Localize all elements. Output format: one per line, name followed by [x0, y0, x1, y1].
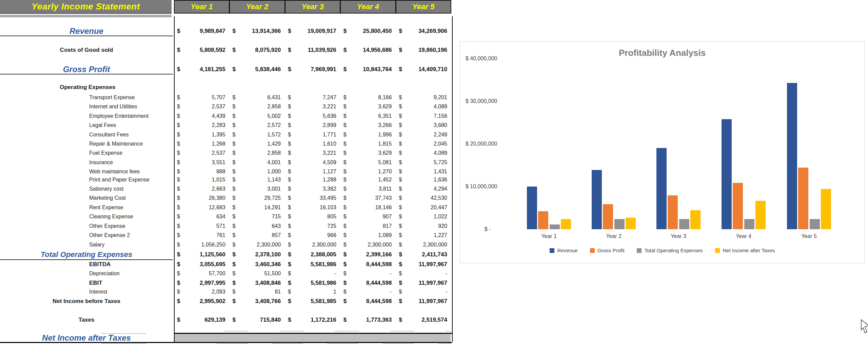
value-cell[interactable]: $2,093	[174, 287, 230, 297]
value-cell[interactable]: $1,996	[340, 130, 396, 139]
value-cell[interactable]: $8,075,920	[230, 45, 285, 55]
value-cell[interactable]: $643	[230, 221, 285, 231]
value-cell[interactable]: $2,388,005	[285, 250, 340, 259]
row-label[interactable]: Total Operating Expenses	[0, 249, 173, 260]
statement-title-cell[interactable]: Yearly Income Statement	[0, 0, 172, 14]
value-cell[interactable]: $2,399,166	[340, 250, 396, 259]
value-cell[interactable]: $2,537	[174, 148, 230, 158]
value-cell[interactable]: $5,581,985	[285, 297, 340, 306]
value-cell[interactable]: $14,291	[230, 203, 285, 212]
value-cell[interactable]: $3,460,346	[230, 260, 285, 269]
value-cell[interactable]: $14,956,686	[340, 45, 396, 55]
value-cell[interactable]: $2,858	[230, 102, 285, 111]
legend-item[interactable]: Net Income after Taxes	[715, 248, 775, 253]
value-cell[interactable]: $1,288	[285, 175, 340, 185]
value-cell[interactable]: $3,408,846	[230, 278, 285, 288]
value-cell[interactable]: $1,773,363	[340, 315, 396, 325]
value-cell[interactable]: $1,395	[174, 130, 230, 139]
value-cell[interactable]: $5,808,592	[174, 45, 230, 55]
value-cell[interactable]: $18,146	[340, 203, 396, 212]
value-cell[interactable]: $1,771	[285, 130, 340, 139]
net-income-highlight-row[interactable]	[175, 334, 451, 342]
value-cell[interactable]: $1,143	[230, 175, 285, 185]
value-cell[interactable]: $3,221	[285, 102, 340, 111]
value-cell[interactable]: $2,300,000	[285, 240, 340, 250]
value-cell[interactable]: $715,840	[230, 315, 285, 325]
value-cell[interactable]: $-	[340, 287, 396, 297]
value-cell[interactable]: $14,409,710	[396, 65, 451, 74]
value-cell[interactable]: $634	[174, 212, 230, 221]
value-cell[interactable]: $4,439	[174, 111, 230, 121]
value-cell[interactable]: $3,408,766	[230, 297, 285, 306]
value-cell[interactable]: $5,725	[396, 158, 451, 167]
row-label[interactable]: Net Income before Taxes	[0, 297, 173, 306]
value-cell[interactable]: $2,858	[230, 148, 285, 158]
value-cell[interactable]: $3,001	[230, 184, 285, 194]
value-cell[interactable]: $3,221	[285, 148, 340, 158]
value-cell[interactable]: $1	[285, 287, 340, 297]
value-cell[interactable]: $1,056,250	[174, 240, 230, 250]
year-header-3[interactable]: Year 3	[285, 0, 340, 14]
legend-item[interactable]: Total Operating Expenses	[637, 248, 703, 253]
value-cell[interactable]: $16,103	[285, 203, 340, 212]
value-cell[interactable]: $1,268	[174, 139, 230, 149]
value-cell[interactable]: $25,800,450	[340, 26, 396, 36]
value-cell[interactable]: $2,537	[174, 102, 230, 111]
value-cell[interactable]: $11,997,967	[396, 260, 451, 269]
value-cell[interactable]: $1,227	[396, 231, 451, 240]
value-cell[interactable]: $3,629	[340, 148, 396, 158]
value-cell[interactable]: $7,156	[396, 111, 451, 121]
value-cell[interactable]: $-	[340, 269, 396, 278]
value-cell[interactable]: $7,247	[285, 93, 340, 102]
value-cell[interactable]: $2,249	[396, 130, 451, 139]
value-cell[interactable]: $4,089	[396, 148, 451, 158]
value-cell[interactable]: $26,380	[174, 193, 230, 203]
value-cell[interactable]: $2,663	[174, 184, 230, 194]
value-cell[interactable]: $3,266	[340, 121, 396, 130]
value-cell[interactable]: $19,009,917	[285, 26, 340, 36]
legend-item[interactable]: Gross Profit	[590, 248, 625, 253]
value-cell[interactable]: $805	[285, 212, 340, 221]
value-cell[interactable]: $2,300,000	[230, 240, 285, 250]
value-cell[interactable]: $8,444,598	[340, 260, 396, 269]
value-cell[interactable]: $51,500	[230, 269, 285, 278]
value-cell[interactable]: $2,283	[174, 121, 230, 130]
value-cell[interactable]: $966	[285, 231, 340, 240]
value-cell[interactable]: $6,351	[340, 111, 396, 121]
value-cell[interactable]: $57,700	[174, 269, 230, 278]
value-cell[interactable]: $2,519,574	[396, 315, 451, 325]
year-header-2[interactable]: Year 2	[230, 0, 285, 14]
value-cell[interactable]: $34,269,906	[396, 26, 451, 36]
value-cell[interactable]: $4,181,255	[174, 65, 230, 74]
value-cell[interactable]: $33,495	[285, 193, 340, 203]
row-label[interactable]: Taxes	[0, 315, 173, 325]
value-cell[interactable]: $8,444,598	[340, 297, 396, 306]
value-cell[interactable]: $8,444,598	[340, 278, 396, 288]
value-cell[interactable]: $-	[396, 287, 451, 297]
value-cell[interactable]: $10,843,764	[340, 65, 396, 74]
value-cell[interactable]: $29,725	[230, 193, 285, 203]
year-header-4[interactable]: Year 4	[340, 0, 396, 14]
row-label[interactable]: Costs of Good sold	[0, 45, 173, 55]
value-cell[interactable]: $19,860,196	[396, 45, 451, 55]
value-cell[interactable]: $5,581,986	[285, 278, 340, 288]
value-cell[interactable]: $2,300,000	[396, 240, 451, 250]
value-cell[interactable]: $3,382	[285, 184, 340, 194]
value-cell[interactable]: $9,201	[396, 93, 451, 102]
value-cell[interactable]: $857	[230, 231, 285, 240]
value-cell[interactable]: $2,572	[230, 121, 285, 130]
value-cell[interactable]: $3,055,695	[174, 260, 230, 269]
value-cell[interactable]: $629,139	[174, 315, 230, 325]
value-cell[interactable]: $5,707	[174, 93, 230, 102]
row-label[interactable]: Operating Expenses	[0, 83, 233, 92]
value-cell[interactable]: $5,636	[285, 111, 340, 121]
value-cell[interactable]: $6,431	[230, 93, 285, 102]
value-cell[interactable]: $1,610	[285, 139, 340, 149]
value-cell[interactable]: $715	[230, 212, 285, 221]
value-cell[interactable]: $3,629	[340, 102, 396, 111]
value-cell[interactable]: $4,509	[285, 158, 340, 167]
value-cell[interactable]: $4,089	[396, 102, 451, 111]
value-cell[interactable]: $3,811	[340, 184, 396, 194]
value-cell[interactable]: $725	[285, 221, 340, 231]
value-cell[interactable]: $5,002	[230, 111, 285, 121]
